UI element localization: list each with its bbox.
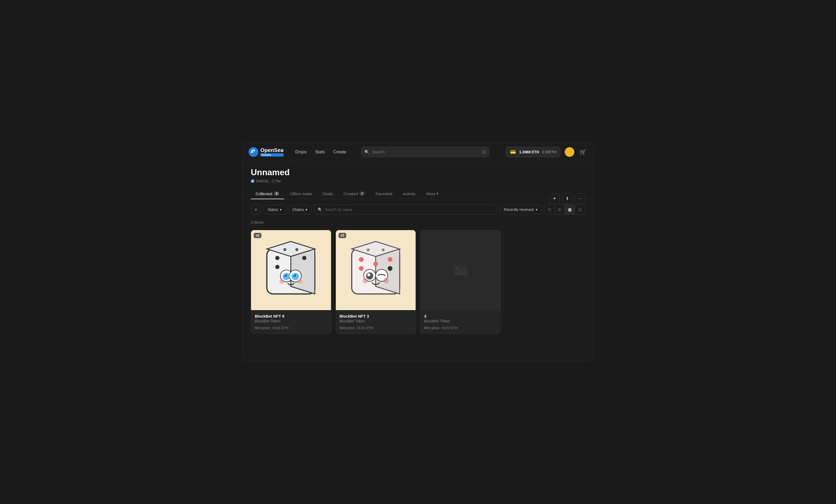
tabs-container: Collected 3 Offers made Deals Created 2 …: [242, 183, 594, 199]
nft-image-3: [420, 230, 500, 310]
dice-svg-2: [346, 240, 406, 300]
global-search-input[interactable]: [361, 147, 489, 157]
view-grid-medium-button[interactable]: ▦: [565, 205, 575, 214]
tab-offers-made[interactable]: Offers made: [285, 189, 317, 199]
tab-more-label: More: [426, 192, 435, 196]
view-split-button[interactable]: ⊟: [575, 205, 585, 214]
nav-right: 💳 1.3988 ETH 0 WETH 🛒: [506, 147, 587, 157]
nft-info-3: 3 BlockBet Token Mint price: <0.01 ETH: [420, 310, 500, 334]
svg-point-12: [298, 279, 302, 284]
name-search: 🔍: [314, 205, 497, 215]
tab-created[interactable]: Created 2: [339, 189, 370, 199]
profile-name: Unnamed: [251, 168, 585, 177]
svg-point-31: [373, 261, 378, 266]
nft-title-1: BlockBet NFT 9: [255, 314, 327, 318]
name-search-icon: 🔍: [318, 208, 322, 212]
svg-point-32: [367, 249, 370, 251]
svg-point-24: [367, 273, 370, 276]
nft-badge-2: x3: [339, 233, 346, 238]
nft-price-1: Mint price: <0.01 ETH: [255, 326, 327, 330]
svg-point-8: [293, 274, 296, 277]
tab-favorited[interactable]: Favorited: [371, 189, 397, 199]
placeholder-icon: [452, 262, 469, 278]
tab-created-badge: 2: [359, 192, 365, 196]
filter-toggle-button[interactable]: ≡: [251, 205, 261, 214]
nft-title-2: BlockBet NFT 3: [340, 314, 412, 318]
svg-point-35: [456, 267, 459, 270]
tab-deals[interactable]: Deals: [318, 189, 338, 199]
view-toggle: ☰ ⊞ ▦ ⊟: [544, 205, 585, 215]
nav-stats[interactable]: Stats: [312, 148, 328, 157]
tab-offers-made-label: Offers made: [290, 192, 312, 196]
nft-image-1: x2: [251, 230, 331, 310]
svg-point-16: [284, 248, 286, 251]
cart-icon[interactable]: 🛒: [578, 148, 587, 156]
svg-point-7: [284, 274, 287, 277]
nft-badge-1: x2: [254, 233, 261, 238]
nft-title-3: 3: [424, 314, 497, 318]
brand-logo[interactable]: 🌊 OpenSea Testnets: [249, 147, 284, 157]
tab-deals-label: Deals: [323, 192, 333, 196]
svg-point-10: [293, 274, 294, 275]
nft-grid: x2: [251, 230, 585, 334]
svg-point-26: [383, 278, 389, 284]
items-count: 3 items: [251, 220, 585, 225]
svg-point-30: [387, 266, 393, 271]
status-filter-label: Status: [268, 208, 278, 212]
status-filter[interactable]: Status ▾: [264, 205, 286, 214]
view-list-button[interactable]: ☰: [545, 205, 555, 214]
sort-chevron-icon: ▾: [536, 208, 537, 212]
filters-bar: ≡ Status ▾ Chains ▾ 🔍 Recently received …: [242, 199, 594, 220]
tab-favorited-label: Favorited: [376, 192, 393, 196]
global-search: 🔍 /: [361, 147, 489, 157]
sort-dropdown[interactable]: Recently received ▾: [500, 205, 542, 214]
svg-point-6: [292, 273, 299, 280]
navbar: 🌊 OpenSea Testnets Drops Stats Create 🔍 …: [242, 143, 594, 161]
wallet-info[interactable]: 💳 1.3988 ETH 0 WETH: [506, 147, 560, 157]
svg-point-29: [359, 266, 364, 271]
wallet-icon: 💳: [510, 149, 516, 155]
chains-filter-label: Chains: [292, 208, 304, 212]
address-text: 0x0D3c...C79e: [256, 179, 281, 183]
svg-point-11: [280, 279, 284, 284]
name-search-input[interactable]: [314, 205, 497, 215]
svg-point-28: [387, 257, 393, 262]
chains-filter[interactable]: Chains ▾: [288, 205, 311, 214]
svg-point-33: [382, 249, 385, 251]
opensea-logo-icon: 🌊: [249, 147, 258, 157]
svg-point-15: [275, 265, 280, 269]
nft-price-3: Mint price: <0.01 ETH: [424, 326, 497, 330]
nft-card-1[interactable]: x2: [251, 230, 331, 334]
sort-label: Recently received: [504, 208, 533, 212]
svg-point-17: [296, 248, 299, 251]
svg-point-13: [275, 256, 280, 260]
tab-activity-label: Activity: [403, 192, 416, 196]
svg-point-25: [362, 278, 368, 284]
nft-card-3[interactable]: 3 BlockBet Token Mint price: <0.01 ETH: [420, 230, 501, 334]
nft-card-2[interactable]: x3: [336, 230, 416, 334]
search-shortcut: /: [482, 150, 486, 154]
brand-name: OpenSea: [260, 148, 284, 153]
nav-links: Drops Stats Create: [292, 148, 349, 157]
tab-created-label: Created: [344, 192, 358, 196]
tab-activity[interactable]: Activity: [398, 189, 420, 199]
profile-address: ◆ 0x0D3c...C79e: [251, 179, 585, 183]
filter-icon: ≡: [255, 208, 257, 212]
items-section: 3 items x2: [242, 220, 594, 343]
svg-point-14: [302, 256, 306, 260]
nft-collection-3: BlockBet Token: [424, 319, 497, 323]
tab-more[interactable]: More ▾: [421, 189, 443, 199]
nft-info-2: BlockBet NFT 3 BlockBet Token Mint price…: [336, 310, 416, 334]
search-icon: 🔍: [364, 150, 369, 154]
avatar[interactable]: [565, 147, 574, 157]
eth-network-icon: ◆: [251, 179, 254, 183]
nav-create[interactable]: Create: [330, 148, 349, 157]
tab-collected[interactable]: Collected 3: [251, 189, 284, 199]
view-grid-small-button[interactable]: ⊞: [555, 205, 565, 214]
nft-collection-2: BlockBet Token: [340, 319, 412, 323]
nft-info-1: BlockBet NFT 9 BlockBet Token Mint price…: [251, 310, 331, 334]
nav-drops[interactable]: Drops: [292, 148, 310, 157]
eth-balance: 1.3988 ETH: [519, 150, 539, 154]
dice-svg-1: [261, 240, 321, 300]
svg-point-9: [284, 274, 285, 275]
